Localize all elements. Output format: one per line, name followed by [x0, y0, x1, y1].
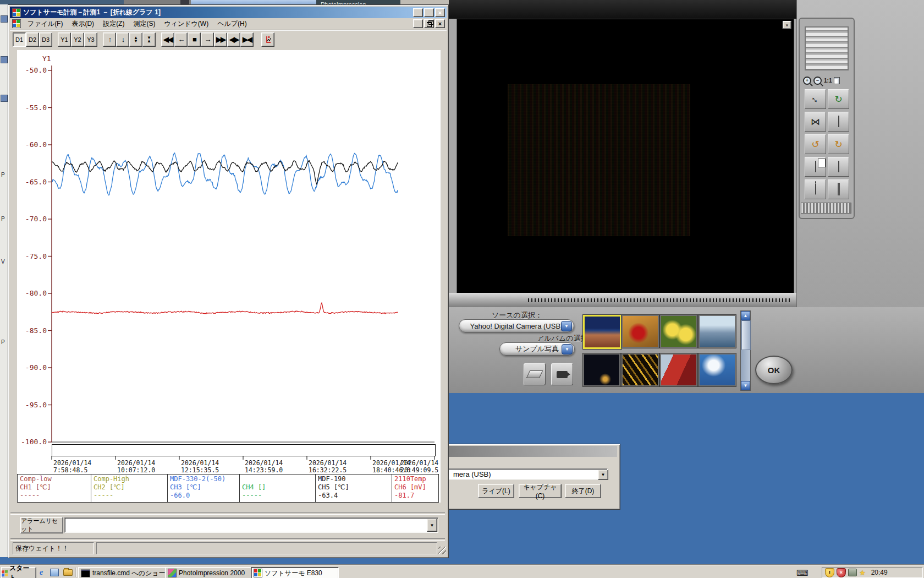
undo-button[interactable]: ↺	[805, 134, 826, 154]
copy-button[interactable]	[805, 157, 826, 177]
alarm-message-combobox[interactable]	[64, 517, 438, 533]
camera-source-button[interactable]	[551, 363, 573, 385]
camera-select-combobox[interactable]: mera (USB)	[442, 468, 608, 480]
chevron-down-icon[interactable]: ▼	[561, 321, 572, 331]
y-tick-label: -70.0	[18, 215, 47, 223]
yaxis-button-y2[interactable]: Y2	[71, 32, 84, 47]
frame-button[interactable]	[828, 179, 849, 199]
yaxis-button-y1[interactable]: Y1	[58, 32, 71, 47]
resize-button[interactable]: ↔	[805, 89, 826, 109]
print-button[interactable]	[805, 179, 826, 199]
scanner-source-button[interactable]	[524, 363, 546, 385]
dialog-button-0[interactable]: ライブ(L)	[478, 484, 514, 498]
mail-icon[interactable]	[50, 568, 59, 577]
resize-grip[interactable]	[438, 547, 446, 554]
task-button-1[interactable]: PhotoImpression 2000	[165, 567, 254, 578]
fit-page-icon[interactable]	[834, 77, 840, 84]
compress-x-button[interactable]: ▶◀	[240, 32, 254, 47]
display-button-d1[interactable]: D1	[13, 32, 26, 47]
source-select-value: Yahoo! Digital Camera (USB)	[470, 322, 563, 330]
yaxis-button-y3[interactable]: Y3	[84, 32, 97, 47]
fast-forward-button[interactable]: ▶▶	[214, 32, 227, 47]
thumbnail-rock-spires[interactable]	[583, 315, 622, 349]
menu-item-5[interactable]: ヘルプ(H)	[213, 18, 251, 30]
stop-button[interactable]: ■	[188, 32, 201, 47]
legend-channel: CH1 [℃]	[20, 483, 91, 492]
rotate-button[interactable]: ↻	[828, 89, 849, 109]
ok-button[interactable]: OK	[755, 356, 793, 384]
titlebar[interactable]: ソフトサーモ計測－計測1 － [折れ線グラフ 1] ×	[10, 7, 447, 18]
scroll-down-icon[interactable]: ▼	[741, 381, 750, 390]
scale-up-button[interactable]: ↑	[103, 32, 116, 47]
chevron-down-icon[interactable]: ▼	[427, 519, 437, 532]
start-button[interactable]: スタート	[1, 567, 36, 578]
scrollbar-thumb[interactable]	[741, 320, 751, 350]
desktop-icon-fragment[interactable]	[1, 95, 8, 102]
task-button-2[interactable]: ソフトサーモ E830	[251, 567, 339, 578]
step-back-button[interactable]: ←	[174, 32, 188, 47]
preview-close-icon[interactable]: ×	[783, 21, 791, 29]
device-icon[interactable]	[848, 569, 857, 576]
zoom-ratio-label[interactable]: 1:1	[824, 78, 832, 84]
thumbnail-gold-light[interactable]	[622, 353, 659, 386]
source-select-dropdown[interactable]: Yahoo! Digital Camera (USB) ▼	[459, 319, 574, 332]
fast-forward-icon: ▶▶	[216, 35, 225, 43]
menu-item-0[interactable]: ファイル(F)	[23, 18, 67, 30]
graph-button[interactable]	[261, 32, 274, 47]
expand-x-button[interactable]: ◀▶	[227, 32, 240, 47]
redo-button[interactable]: ↻	[828, 134, 849, 154]
display-button-d2[interactable]: D2	[26, 32, 39, 47]
zoom-out-icon[interactable]: −	[813, 77, 822, 85]
alarm-reset-button[interactable]: アラームリセット	[20, 517, 63, 533]
x-tick-date: 2026/01/14	[400, 459, 438, 467]
thumbnail-red-bird[interactable]	[622, 315, 659, 348]
chevron-down-icon[interactable]: ▼	[598, 470, 608, 480]
menu-item-1[interactable]: 表示(D)	[67, 18, 98, 30]
scale-compress-button[interactable]: ▼▲	[142, 32, 156, 47]
thumbnail-ship-red[interactable]	[660, 353, 697, 386]
toolbar-group: Y1Y2Y3	[58, 32, 97, 47]
child-close-button[interactable]: ×	[435, 19, 445, 28]
window-maximize-button[interactable]	[424, 8, 434, 17]
desktop-left-strip: P P V P	[0, 0, 8, 557]
window-minimize-button[interactable]	[413, 8, 423, 17]
step-back-icon: ←	[178, 35, 184, 43]
child-minimize-button[interactable]	[413, 19, 423, 28]
flip-horizontal-button[interactable]: ⋈	[805, 112, 826, 132]
thumbnail-sky-clouds[interactable]	[698, 353, 736, 386]
task-button-0[interactable]: transfile.cmd へのショート...	[78, 567, 168, 578]
thumbnail-scrollbar[interactable]: ▲ ▼	[740, 310, 751, 391]
shield-error-icon[interactable]: ×	[837, 568, 846, 577]
thumbnail-night-city[interactable]	[583, 353, 620, 386]
scale-expand-button[interactable]: ▲▼	[129, 32, 142, 47]
dialog-button-2[interactable]: 終了(D)	[565, 484, 601, 498]
zoom-in-icon[interactable]: +	[803, 77, 811, 85]
menu-item-2[interactable]: 設定(Z)	[98, 18, 129, 30]
keyboard-icon[interactable]: ⌨	[796, 568, 809, 578]
child-restore-button[interactable]	[424, 19, 434, 28]
menu-item-3[interactable]: 測定(S)	[129, 18, 160, 30]
chevron-down-icon[interactable]: ▼	[562, 344, 573, 355]
page-button[interactable]	[828, 112, 849, 132]
page2-button[interactable]	[828, 157, 849, 177]
display-button-d3[interactable]: D3	[39, 32, 52, 47]
scroll-up-icon[interactable]: ▲	[741, 311, 750, 320]
thumbnail-harbor[interactable]	[698, 315, 736, 348]
desktop-icon-fragment[interactable]	[1, 15, 8, 23]
thumbnail-yellow-flowers[interactable]	[660, 315, 697, 348]
dialog-button-1[interactable]: キャプチャ(C)	[519, 484, 562, 498]
folder-icon[interactable]	[63, 568, 73, 577]
star-icon[interactable]: ★	[859, 569, 866, 577]
rewind-button[interactable]: ◀◀	[161, 32, 174, 47]
shield-warning-icon[interactable]: !	[825, 568, 834, 577]
internet-explorer-icon[interactable]: e	[36, 568, 46, 577]
menu-item-4[interactable]: ウィンドウ(W)	[160, 18, 213, 30]
step-forward-button[interactable]: →	[201, 32, 214, 47]
desktop-icon-fragment[interactable]	[1, 56, 8, 63]
document-icon[interactable]	[12, 19, 21, 28]
legend-value: -----	[242, 492, 315, 500]
dialog-titlebar[interactable]	[437, 446, 617, 457]
album-select-dropdown[interactable]: サンプル写真 ▼	[499, 342, 575, 356]
scale-down-button[interactable]: ↓	[116, 32, 129, 47]
window-close-button[interactable]: ×	[435, 8, 445, 17]
